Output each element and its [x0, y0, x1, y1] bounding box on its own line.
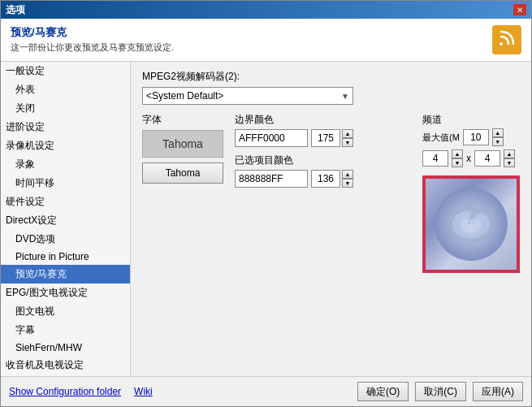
sidebar-item-dvd[interactable]: DVD选项 — [1, 230, 130, 249]
close-button[interactable]: ✕ — [513, 4, 526, 15]
header-text: 预览/马赛克 这一部份让你更改预览及马赛克预览设定. — [11, 25, 174, 54]
selected-color-up-btn[interactable]: ▲ — [342, 170, 353, 179]
cancel-button[interactable]: 取消(C) — [415, 382, 466, 401]
channel-max-spinner: ▲ ▼ — [492, 128, 504, 146]
mpeg2-value: <System Default> — [146, 90, 223, 102]
channel-h-spinner: ▲ ▼ — [504, 149, 515, 167]
channel-h-down-btn[interactable]: ▼ — [504, 158, 515, 167]
border-color-spinner: ▲ ▼ — [311, 129, 353, 147]
border-color-spinner-value[interactable] — [311, 129, 340, 147]
header-section: 预览/马赛克 这一部份让你更改预览及马赛克预览设定. — [1, 19, 531, 62]
sidebar-item-general[interactable]: 一般设定 — [1, 62, 130, 80]
window-title: 选项 — [6, 3, 25, 17]
sidebar-item-record[interactable]: 录象 — [1, 155, 130, 174]
channel-h-up-btn[interactable]: ▲ — [504, 149, 515, 158]
channel-x-label: x — [466, 153, 471, 164]
channel-w-spinner: ▲ ▼ — [452, 149, 463, 167]
channel-wh-row: ▲ ▼ x ▲ ▼ — [422, 149, 515, 167]
channel-max-input[interactable] — [463, 129, 489, 145]
color-section: 边界颜色 ▲ ▼ — [235, 113, 353, 188]
selected-color-down-btn[interactable]: ▼ — [342, 179, 353, 188]
sidebar-item-recorder[interactable]: 录像机设定 — [1, 136, 130, 155]
channel-w-input[interactable] — [422, 150, 448, 167]
sidebar-item-siehfern[interactable]: SiehFern/MHW — [1, 340, 130, 356]
channel-section: 频道 最大值(M ▲ ▼ ▲ — [422, 113, 515, 167]
mpeg2-label: MPEG2视频解码器(2): — [142, 70, 520, 84]
channel-h-input[interactable] — [474, 150, 500, 167]
window: 选项 ✕ 预览/马赛克 这一部份让你更改预览及马赛克预览设定. 一般设定 外表 … — [0, 0, 532, 407]
selected-color-row: 已选项目颜色 ▲ ▼ — [235, 154, 353, 188]
preview-image — [422, 175, 520, 273]
wiki-link[interactable]: Wiki — [134, 386, 153, 397]
sidebar-item-epg[interactable]: EPG/图文电视设定 — [1, 284, 130, 302]
selected-color-input[interactable] — [235, 170, 308, 188]
border-color-input[interactable] — [235, 129, 308, 147]
sidebar-item-advanced[interactable]: 进阶设定 — [1, 118, 130, 136]
sidebar-item-radio[interactable]: 收音机及电视设定 — [1, 356, 130, 375]
title-bar: 选项 ✕ — [1, 1, 531, 19]
sidebar-item-appearance[interactable]: 外表 — [1, 80, 130, 99]
channel-w-down-btn[interactable]: ▼ — [452, 158, 463, 167]
mpeg2-dropdown[interactable]: <System Default> ▼ — [142, 87, 353, 105]
selected-color-input-row: ▲ ▼ — [235, 170, 353, 188]
page-title: 预览/马赛克 — [11, 25, 174, 40]
border-color-spinner-btns: ▲ ▼ — [342, 129, 353, 147]
font-section: 字体 Tahoma Tahoma — [142, 113, 223, 184]
sidebar-item-hardware[interactable]: 硬件设定 — [1, 193, 130, 211]
channel-max-down-btn[interactable]: ▼ — [492, 137, 504, 146]
mpeg2-section: MPEG2视频解码器(2): <System Default> ▼ — [142, 70, 520, 105]
show-config-link[interactable]: Show Configuration folder — [9, 386, 121, 397]
selected-color-spinner-value[interactable] — [311, 170, 340, 188]
selected-color-spinner: ▲ ▼ — [311, 170, 353, 188]
sidebar: 一般设定 外表 关闭 进阶设定 录像机设定 录象 时间平移 硬件设定 Direc… — [1, 62, 131, 376]
channel-max-row: 最大值(M ▲ ▼ — [422, 128, 504, 146]
apply-button[interactable]: 应用(A) — [473, 382, 523, 401]
right-panel: MPEG2视频解码器(2): <System Default> ▼ 字体 — [131, 62, 531, 376]
border-color-input-row: ▲ ▼ — [235, 129, 353, 147]
channel-max-up-btn[interactable]: ▲ — [492, 128, 504, 137]
selected-color-spinner-btns: ▲ ▼ — [342, 170, 353, 188]
channel-label: 频道 — [422, 113, 442, 127]
sidebar-item-preview[interactable]: 预览/马赛克 — [1, 265, 130, 284]
sidebar-item-teletext[interactable]: 图文电视 — [1, 302, 130, 321]
selected-color-label: 已选项目颜色 — [235, 154, 353, 167]
border-color-row: 边界颜色 ▲ ▼ — [235, 113, 353, 147]
rss-symbol — [497, 28, 517, 52]
border-color-up-btn[interactable]: ▲ — [342, 129, 353, 138]
footer: Show Configuration folder Wiki 确定(O) 取消(… — [1, 376, 531, 406]
preview-swirl-svg — [435, 188, 508, 261]
font-preview: Tahoma — [142, 130, 223, 158]
sidebar-item-pip[interactable]: Picture in Picture — [1, 249, 130, 265]
ok-button[interactable]: 确定(O) — [357, 382, 409, 401]
sidebar-item-directx[interactable]: DirectX设定 — [1, 211, 130, 230]
channel-w-up-btn[interactable]: ▲ — [452, 149, 463, 158]
font-label: 字体 — [142, 113, 162, 127]
font-button[interactable]: Tahoma — [142, 162, 223, 184]
main-layout: 一般设定 外表 关闭 进阶设定 录像机设定 录象 时间平移 硬件设定 Direc… — [1, 62, 531, 376]
dropdown-arrow-icon: ▼ — [341, 92, 349, 101]
page-subtitle: 这一部份让你更改预览及马赛克预览设定. — [11, 41, 174, 54]
rss-icon — [492, 25, 521, 54]
sidebar-item-timeshift[interactable]: 时间平移 — [1, 174, 130, 193]
svg-point-0 — [500, 42, 503, 45]
border-color-label: 边界颜色 — [235, 113, 353, 127]
channel-max-label: 最大值(M — [422, 132, 460, 144]
border-color-down-btn[interactable]: ▼ — [342, 138, 353, 147]
sidebar-item-subtitles[interactable]: 字幕 — [1, 321, 130, 340]
font-preview-text: Tahoma — [162, 137, 203, 150]
sidebar-item-close[interactable]: 关闭 — [1, 99, 130, 118]
